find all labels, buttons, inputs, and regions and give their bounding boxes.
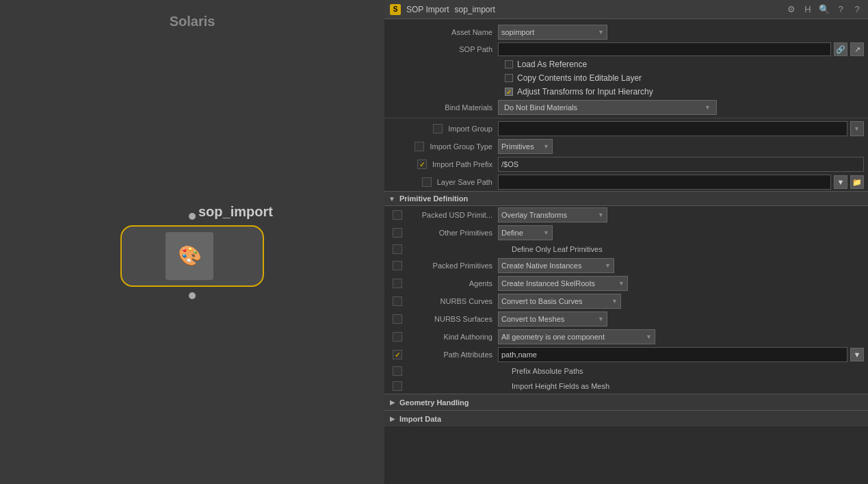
import-data-label: Import Data <box>399 415 441 423</box>
load-as-reference-row: Load As Reference <box>384 58 868 71</box>
load-as-reference-label: Load As Reference <box>517 60 587 69</box>
path-attributes-checkbox[interactable]: ✓ <box>393 350 402 359</box>
asset-name-dropdown-value: sopimport <box>501 28 534 36</box>
asset-name-dropdown[interactable]: sopimport ▼ <box>498 25 607 40</box>
layer-save-path-dropdown-btn[interactable]: ▼ <box>834 175 847 189</box>
geometry-handling-row[interactable]: ▶ Geometry Handling <box>384 394 868 410</box>
sop-path-link-btn[interactable]: 🔗 <box>834 42 847 56</box>
path-attributes-input[interactable] <box>498 347 847 362</box>
import-path-prefix-label: Import Path Prefix <box>432 160 492 168</box>
import-height-fields-checkbox[interactable] <box>393 381 402 391</box>
import-path-prefix-input[interactable] <box>498 157 864 172</box>
agents-checkbox[interactable] <box>393 279 402 288</box>
define-only-leaf-checkbox[interactable] <box>393 244 402 254</box>
path-attributes-checkmark: ✓ <box>395 351 400 359</box>
import-path-prefix-value-cell <box>498 157 864 172</box>
primitive-definition-header[interactable]: ▼ Primitive Definition <box>384 191 868 206</box>
prefix-absolute-paths-checkbox[interactable] <box>393 366 402 376</box>
nurbs-surfaces-dropdown-value: Convert to Meshes <box>501 315 564 323</box>
search-btn[interactable]: 🔍 <box>819 4 830 15</box>
nurbs-surfaces-checkbox[interactable] <box>393 314 402 324</box>
bind-materials-dropdown[interactable]: Do Not Bind Materials ▼ <box>498 100 717 115</box>
import-group-checkbox[interactable] <box>433 124 443 133</box>
kind-authoring-checkbox[interactable] <box>393 332 402 342</box>
asset-name-dropdown-arrow: ▼ <box>598 29 604 36</box>
import-path-prefix-row: ✓ Import Path Prefix <box>384 155 868 173</box>
copy-contents-label: Copy Contents into Editable Layer <box>517 73 642 83</box>
packed-usd-dropdown-arrow: ▼ <box>598 212 604 218</box>
nurbs-surfaces-dropdown[interactable]: Convert to Meshes ▼ <box>498 311 607 327</box>
packed-primitives-checkbox[interactable] <box>393 261 402 270</box>
other-primitives-dropdown[interactable]: Define ▼ <box>498 225 553 240</box>
asset-name-label: Asset Name <box>389 28 498 36</box>
load-as-reference-checkbox[interactable] <box>505 60 513 68</box>
import-group-dropdown-arrow: ▼ <box>854 125 860 132</box>
prefix-absolute-paths-value-cell: Prefix Absolute Paths <box>498 367 864 375</box>
agents-dropdown-value: Create Instanced SkelRoots <box>501 279 595 288</box>
panel-label: SOP Import <box>406 5 449 14</box>
geometry-handling-arrow: ▶ <box>390 398 395 406</box>
sop-path-label: SOP Path <box>389 45 498 53</box>
kind-authoring-dropdown[interactable]: All geometry is one component ▼ <box>498 329 655 344</box>
bind-materials-value-cell: Do Not Bind Materials ▼ <box>498 100 864 115</box>
kind-authoring-value-cell: All geometry is one component ▼ <box>498 329 864 344</box>
question-btn[interactable]: ? <box>835 4 846 15</box>
import-data-row[interactable]: ▶ Import Data <box>384 410 868 426</box>
prefix-absolute-paths-row: Prefix Absolute Paths <box>384 364 868 379</box>
nurbs-curves-dropdown-arrow: ▼ <box>611 298 618 305</box>
adjust-transforms-checkbox[interactable]: ✓ <box>505 88 513 96</box>
packed-primitives-dropdown-value: Create Native Instances <box>501 262 581 270</box>
kind-authoring-row: Kind Authoring All geometry is one compo… <box>384 328 868 346</box>
agents-value-cell: Create Instanced SkelRoots ▼ <box>498 276 864 291</box>
import-group-type-dropdown[interactable]: ▼ <box>850 121 864 136</box>
nurbs-curves-row: NURBS Curves Convert to Basis Curves ▼ <box>384 292 868 310</box>
prefix-absolute-paths-text: Prefix Absolute Paths <box>498 367 583 375</box>
title-bar: S SOP Import sop_import ⚙ H 🔍 ? ? <box>384 0 868 19</box>
layer-save-path-label: Layer Save Path <box>437 178 492 186</box>
import-group-type-label: Import Group Type <box>430 142 492 151</box>
layer-save-path-input[interactable] <box>498 175 831 190</box>
sop-path-input[interactable] <box>498 42 831 56</box>
packed-usd-dropdown[interactable]: Overlay Transforms ▼ <box>498 207 607 222</box>
packed-usd-label: Packed USD Primit... <box>409 211 498 219</box>
gear-btn[interactable]: ⚙ <box>786 4 797 15</box>
separator-1 <box>384 118 868 118</box>
asset-name-value-cell: sopimport ▼ <box>498 25 864 40</box>
packed-usd-value-cell: Overlay Transforms ▼ <box>498 207 864 222</box>
sop-path-value-cell: 🔗 ↗ <box>498 42 864 56</box>
adjust-transforms-checkmark: ✓ <box>506 88 512 96</box>
import-group-type-dropdown[interactable]: Primitives ▼ <box>498 139 553 154</box>
node-thumbnail: 🎨 <box>166 232 213 280</box>
import-group-type-checkbox[interactable] <box>415 142 424 151</box>
import-height-fields-value-cell: Import Height Fields as Mesh <box>498 382 864 390</box>
agents-dropdown[interactable]: Create Instanced SkelRoots ▼ <box>498 276 628 291</box>
import-path-prefix-label-cell: ✓ Import Path Prefix <box>389 160 498 169</box>
packed-primitives-dropdown[interactable]: Create Native Instances ▼ <box>498 258 614 273</box>
copy-contents-checkbox[interactable] <box>505 74 513 82</box>
import-path-prefix-checkmark: ✓ <box>419 161 425 168</box>
geometry-handling-label: Geometry Handling <box>399 398 469 407</box>
agents-row: Agents Create Instanced SkelRoots ▼ <box>384 275 868 292</box>
nurbs-curves-checkbox[interactable] <box>393 296 402 306</box>
nurbs-surfaces-value-cell: Convert to Meshes ▼ <box>498 311 864 327</box>
layer-save-path-checkbox[interactable] <box>422 177 432 187</box>
other-primitives-row: Other Primitives Define ▼ <box>384 224 868 242</box>
nurbs-curves-dropdown[interactable]: Convert to Basis Curves ▼ <box>498 294 621 309</box>
sop-path-ref-btn[interactable]: ↗ <box>850 42 864 56</box>
packed-usd-checkbox[interactable] <box>393 210 402 220</box>
other-primitives-label: Other Primitives <box>409 229 498 237</box>
import-path-prefix-checkbox[interactable]: ✓ <box>417 160 427 169</box>
bind-materials-row: Bind Materials Do Not Bind Materials ▼ <box>384 99 868 116</box>
import-group-input[interactable] <box>498 121 847 136</box>
nurbs-curves-dropdown-value: Convert to Basis Curves <box>501 297 583 305</box>
help-btn[interactable]: ? <box>852 4 863 15</box>
kind-authoring-dropdown-arrow: ▼ <box>646 333 652 340</box>
other-primitives-checkbox[interactable] <box>393 228 402 238</box>
packed-primitives-dropdown-arrow: ▼ <box>605 262 611 269</box>
layer-save-path-file-btn[interactable]: 📁 <box>850 175 864 189</box>
path-attributes-dropdown-btn[interactable]: ▼ <box>850 348 864 361</box>
node-box[interactable]: 🎨 <box>120 225 264 287</box>
import-group-value-cell: ▼ <box>498 121 864 136</box>
h-btn[interactable]: H <box>802 4 813 15</box>
kind-authoring-label: Kind Authoring <box>409 333 498 341</box>
